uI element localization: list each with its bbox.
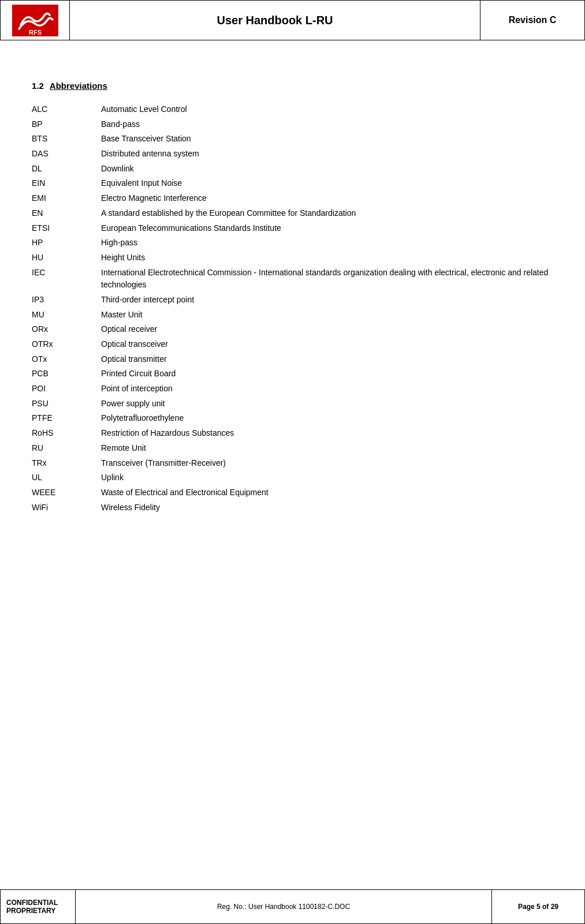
table-row: BTSBase Transceiver Station	[32, 132, 553, 147]
header-title: User Handbook L-RU	[70, 1, 480, 40]
abbrev-definition: Power supply unit	[101, 396, 553, 412]
abbreviations-table: ALCAutomatic Level ControlBPBand-passBTS…	[32, 102, 553, 515]
abbrev-term: WiFi	[32, 500, 101, 515]
table-row: ETSIEuropean Telecommunications Standard…	[32, 221, 553, 236]
abbrev-term: WEEE	[32, 485, 101, 500]
section-number: 1.2	[32, 81, 44, 91]
abbrev-definition: Printed Circuit Board	[101, 366, 553, 381]
abbrev-term: IEC	[32, 265, 101, 293]
abbrev-definition: Base Transceiver Station	[101, 132, 553, 147]
abbrev-term: PCB	[32, 366, 101, 381]
table-row: ORxOptical receiver	[32, 322, 553, 337]
abbrev-term: EMI	[32, 191, 101, 206]
abbrev-term: EIN	[32, 176, 101, 191]
abbrev-term: POI	[32, 381, 101, 396]
table-row: BPBand-pass	[32, 117, 553, 132]
abbrev-definition: Height Units	[101, 250, 553, 265]
abbrev-definition: Point of interception	[101, 381, 553, 396]
abbrev-term: ETSI	[32, 221, 101, 236]
abbrev-definition: Automatic Level Control	[101, 102, 553, 117]
abbrev-definition: Polytetrafluoroethylene	[101, 411, 553, 426]
table-row: OTRxOptical transceiver	[32, 337, 553, 352]
table-row: HPHigh-pass	[32, 235, 553, 250]
table-row: TRxTransceiver (Transmitter-Receiver)	[32, 456, 553, 471]
abbrev-term: MU	[32, 308, 101, 323]
table-row: DLDownlink	[32, 162, 553, 177]
page-footer: CONFIDENTIAL PROPRIETARY Reg. No.: User …	[0, 889, 585, 924]
section-title: Abbreviations	[50, 81, 107, 91]
abbrev-definition: Uplink	[101, 470, 553, 485]
table-row: IECInternational Electrotechnical Commis…	[32, 265, 553, 293]
abbrev-term: HU	[32, 250, 101, 265]
abbrev-term: PTFE	[32, 411, 101, 426]
table-row: EINEquivalent Input Noise	[32, 176, 553, 191]
abbrev-term: UL	[32, 470, 101, 485]
table-row: ENA standard established by the European…	[32, 206, 553, 221]
table-row: IP3Third-order intercept point	[32, 293, 553, 308]
abbrev-definition: Remote Unit	[101, 441, 553, 456]
abbrev-term: EN	[32, 206, 101, 221]
header-revision: Revision C	[480, 1, 584, 40]
page-header: RFS User Handbook L-RU Revision C	[0, 0, 585, 40]
abbrev-term: DL	[32, 162, 101, 177]
section-heading: 1.2Abbreviations	[32, 81, 553, 91]
footer-reg-number: Reg. No.: User Handbook 1100182-C.DOC	[76, 890, 492, 923]
table-row: ALCAutomatic Level Control	[32, 102, 553, 117]
rfs-logo-icon: RFS	[12, 5, 58, 36]
abbrev-term: OTRx	[32, 337, 101, 352]
abbrev-term: DAS	[32, 147, 101, 162]
footer-page-number: Page 5 of 29	[492, 890, 584, 923]
abbrev-definition: Wireless Fidelity	[101, 500, 553, 515]
abbrev-definition: Equivalent Input Noise	[101, 176, 553, 191]
abbrev-term: ORx	[32, 322, 101, 337]
table-row: RoHSRestriction of Hazardous Substances	[32, 426, 553, 441]
abbrev-definition: Waste of Electrical and Electronical Equ…	[101, 485, 553, 500]
abbrev-definition: High-pass	[101, 235, 553, 250]
svg-text:RFS: RFS	[29, 29, 42, 36]
abbrev-term: OTx	[32, 352, 101, 367]
abbrev-term: RU	[32, 441, 101, 456]
logo-container: RFS	[1, 1, 70, 40]
abbrev-term: HP	[32, 235, 101, 250]
abbrev-definition: European Telecommunications Standards In…	[101, 221, 553, 236]
abbrev-definition: Master Unit	[101, 308, 553, 323]
abbrev-definition: Optical transceiver	[101, 337, 553, 352]
abbrev-term: PSU	[32, 396, 101, 412]
abbrev-definition: Downlink	[101, 162, 553, 177]
abbrev-term: BTS	[32, 132, 101, 147]
table-row: RURemote Unit	[32, 441, 553, 456]
table-row: HUHeight Units	[32, 250, 553, 265]
table-row: PCBPrinted Circuit Board	[32, 366, 553, 381]
table-row: EMIElectro Magnetic Interference	[32, 191, 553, 206]
table-row: WiFiWireless Fidelity	[32, 500, 553, 515]
abbrev-definition: Optical receiver	[101, 322, 553, 337]
footer-confidential: CONFIDENTIAL PROPRIETARY	[1, 890, 76, 923]
abbrev-definition: Electro Magnetic Interference	[101, 191, 553, 206]
table-row: OTxOptical transmitter	[32, 352, 553, 367]
table-row: DASDistributed antenna system	[32, 147, 553, 162]
abbrev-term: ALC	[32, 102, 101, 117]
table-row: PSUPower supply unit	[32, 396, 553, 412]
table-row: WEEEWaste of Electrical and Electronical…	[32, 485, 553, 500]
abbrev-definition: Optical transmitter	[101, 352, 553, 367]
table-row: ULUplink	[32, 470, 553, 485]
table-row: MUMaster Unit	[32, 308, 553, 323]
abbrev-term: TRx	[32, 456, 101, 471]
main-content: 1.2Abbreviations ALCAutomatic Level Cont…	[0, 40, 585, 584]
abbrev-term: RoHS	[32, 426, 101, 441]
abbrev-definition: Band-pass	[101, 117, 553, 132]
abbrev-term: IP3	[32, 293, 101, 308]
abbrev-definition: A standard established by the European C…	[101, 206, 553, 221]
abbrev-definition: International Electrotechnical Commissio…	[101, 265, 553, 293]
table-row: PTFEPolytetrafluoroethylene	[32, 411, 553, 426]
table-row: POIPoint of interception	[32, 381, 553, 396]
abbrev-term: BP	[32, 117, 101, 132]
abbrev-definition: Restriction of Hazardous Substances	[101, 426, 553, 441]
abbrev-definition: Transceiver (Transmitter-Receiver)	[101, 456, 553, 471]
abbrev-definition: Distributed antenna system	[101, 147, 553, 162]
abbrev-definition: Third-order intercept point	[101, 293, 553, 308]
